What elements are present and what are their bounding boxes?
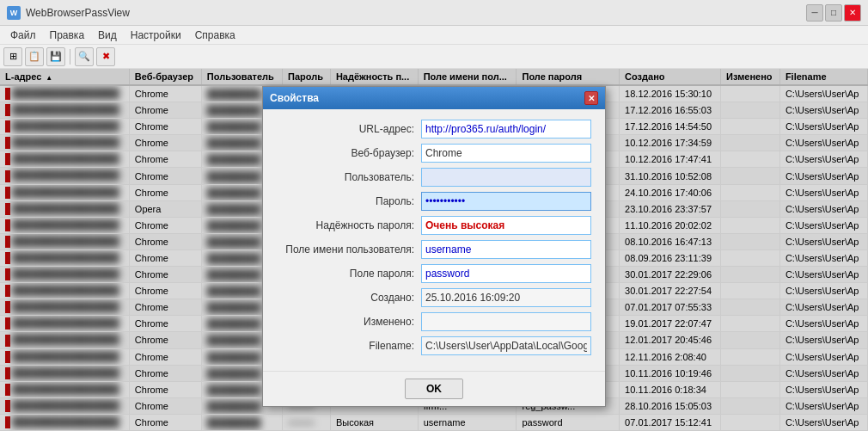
- browser-label: Веб-браузер:: [277, 147, 414, 159]
- title-bar: W WebBrowserPassView ─ □ ✕: [0, 0, 868, 26]
- dialog-footer: OK: [263, 371, 605, 406]
- strength-label: Надёжность пароля:: [277, 219, 414, 231]
- dialog-created-row: Создано:: [277, 288, 591, 307]
- dialog-pass-row: Пароль:: [277, 192, 591, 211]
- dialog-close-button[interactable]: ✕: [584, 91, 598, 105]
- maximize-button[interactable]: □: [825, 4, 842, 22]
- modified-value-container: [421, 312, 591, 331]
- user-label: Пользователь:: [277, 171, 414, 183]
- pass-field-label: Поле пароля:: [277, 268, 414, 280]
- dialog-body: URL-адрес: Веб-браузер: Пользователь:: [263, 109, 605, 371]
- user-field-value-container: [421, 240, 591, 259]
- dialog-browser-row: Веб-браузер:: [277, 144, 591, 163]
- filename-input[interactable]: [421, 336, 591, 355]
- menu-file[interactable]: Файл: [3, 28, 43, 43]
- created-label: Создано:: [277, 292, 414, 304]
- user-value-container: [421, 168, 591, 187]
- menu-help[interactable]: Справка: [188, 28, 242, 43]
- url-value-container: [421, 120, 591, 139]
- title-bar-left: W WebBrowserPassView: [7, 6, 130, 20]
- pass-label: Пароль:: [277, 195, 414, 207]
- toolbar-close-btn[interactable]: ✖: [96, 47, 115, 66]
- menu-bar: Файл Правка Вид Настройки Справка: [0, 26, 868, 45]
- strength-input[interactable]: [421, 216, 591, 235]
- dialog-modified-row: Изменено:: [277, 312, 591, 331]
- dialog-strength-row: Надёжность пароля:: [277, 216, 591, 235]
- properties-dialog: Свойства ✕ URL-адрес: Веб-браузер:: [262, 86, 606, 407]
- modified-label: Изменено:: [277, 316, 414, 328]
- pass-field-input[interactable]: [421, 264, 591, 283]
- filename-value-container: [421, 336, 591, 355]
- pass-input[interactable]: [421, 192, 591, 211]
- created-value-container: [421, 288, 591, 307]
- close-button[interactable]: ✕: [844, 4, 861, 22]
- pass-field-value-container: [421, 264, 591, 283]
- modified-input[interactable]: [421, 312, 591, 331]
- dialog-pass-field-row: Поле пароля:: [277, 264, 591, 283]
- strength-value-container: [421, 216, 591, 235]
- url-label: URL-адрес:: [277, 123, 414, 135]
- user-input[interactable]: [421, 168, 591, 187]
- toolbar-search-btn[interactable]: 🔍: [75, 47, 94, 66]
- user-field-label: Поле имени пользователя:: [277, 243, 414, 256]
- toolbar-save-btn[interactable]: 💾: [46, 47, 65, 66]
- created-input[interactable]: [421, 288, 591, 307]
- dialog-url-row: URL-адрес:: [277, 120, 591, 139]
- user-field-input[interactable]: [421, 240, 591, 259]
- app-icon: W: [7, 6, 21, 20]
- url-input[interactable]: [421, 120, 591, 139]
- toolbar-new-btn[interactable]: ⊞: [3, 47, 22, 66]
- menu-edit[interactable]: Правка: [43, 28, 92, 43]
- dialog-title: Свойства: [270, 92, 319, 104]
- main-area: L-адрес ▲ Веб-браузер Пользователь Парол…: [0, 69, 868, 431]
- toolbar: ⊞ 📋 💾 🔍 ✖: [0, 45, 868, 69]
- dialog-title-bar: Свойства ✕: [263, 87, 605, 109]
- dialog-user-field-row: Поле имени пользователя:: [277, 240, 591, 259]
- ok-button[interactable]: OK: [405, 379, 463, 399]
- pass-value-container: [421, 192, 591, 211]
- minimize-button[interactable]: ─: [806, 4, 823, 22]
- menu-view[interactable]: Вид: [91, 28, 124, 43]
- dialog-filename-row: Filename:: [277, 336, 591, 355]
- toolbar-open-btn[interactable]: 📋: [25, 47, 44, 66]
- dialog-overlay: Свойства ✕ URL-адрес: Веб-браузер:: [0, 69, 868, 431]
- title-bar-controls: ─ □ ✕: [806, 4, 861, 22]
- dialog-user-row: Пользователь:: [277, 168, 591, 187]
- browser-input[interactable]: [421, 144, 591, 163]
- filename-label: Filename:: [277, 340, 414, 352]
- menu-settings[interactable]: Настройки: [124, 28, 188, 43]
- window-title: WebBrowserPassView: [26, 7, 130, 19]
- browser-value-container: [421, 144, 591, 163]
- toolbar-separator: [70, 49, 70, 65]
